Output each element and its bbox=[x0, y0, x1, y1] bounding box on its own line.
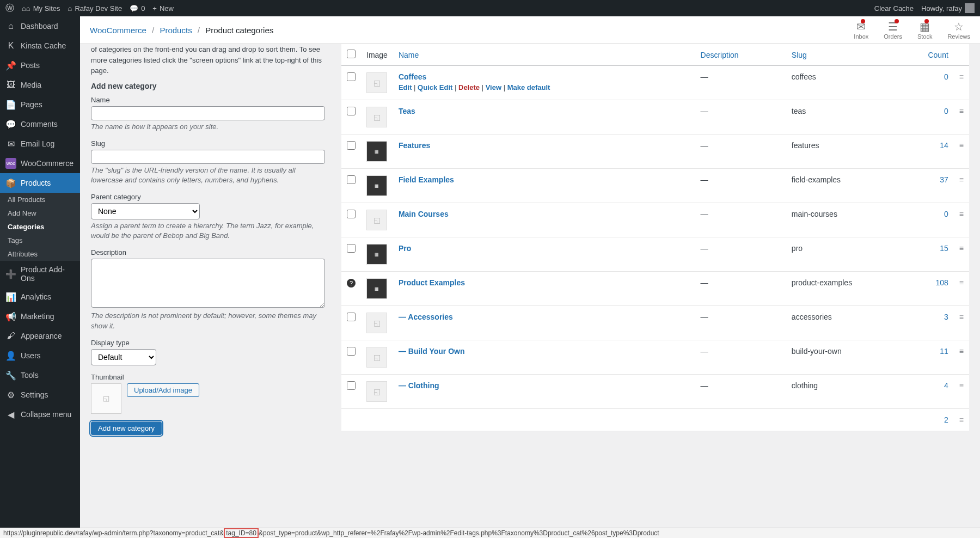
collapse-icon: ◀ bbox=[5, 409, 16, 420]
sidebar-item-tools[interactable]: 🔧Tools bbox=[0, 365, 80, 385]
category-name-link[interactable]: Main Courses bbox=[399, 210, 449, 218]
sidebar-item-pages[interactable]: 📄Pages bbox=[0, 95, 80, 114]
sidebar-item-dashboard[interactable]: ⌂Dashboard bbox=[0, 16, 80, 36]
toggle-row-icon[interactable]: ≡ bbox=[959, 244, 964, 253]
display-select[interactable]: Default bbox=[91, 349, 156, 365]
category-name-link[interactable]: Features bbox=[399, 141, 430, 150]
row-count-link[interactable]: 2 bbox=[944, 415, 948, 424]
submenu-all-products[interactable]: All Products bbox=[0, 193, 80, 206]
row-checkbox[interactable] bbox=[347, 347, 356, 356]
toggle-row-icon[interactable]: ≡ bbox=[959, 175, 964, 184]
row-checkbox[interactable] bbox=[347, 107, 356, 115]
col-count[interactable]: Count bbox=[928, 51, 948, 59]
row-checkbox[interactable] bbox=[347, 175, 356, 184]
toggle-row-icon[interactable]: ≡ bbox=[959, 107, 964, 115]
slug-input[interactable] bbox=[91, 150, 325, 164]
row-count-link[interactable]: 4 bbox=[944, 381, 948, 390]
row-checkbox[interactable] bbox=[347, 381, 356, 390]
howdy-link[interactable]: Howdy, rafay bbox=[921, 3, 975, 13]
site-name-link[interactable]: ⌂Rafay Dev Site bbox=[68, 4, 122, 13]
kinsta-icon: K bbox=[5, 40, 16, 51]
row-action-delete[interactable]: Delete bbox=[458, 83, 480, 91]
sidebar-item-collapse[interactable]: ◀Collapse menu bbox=[0, 405, 80, 424]
new-content-link[interactable]: +New bbox=[152, 4, 174, 13]
submenu-categories[interactable]: Categories bbox=[0, 220, 80, 234]
category-name-link[interactable]: Teas bbox=[399, 107, 415, 115]
toggle-row-icon[interactable]: ≡ bbox=[959, 278, 964, 287]
comments-link[interactable]: 💬0 bbox=[130, 4, 145, 13]
toggle-row-icon[interactable]: ≡ bbox=[959, 381, 964, 390]
category-thumbnail: ▦ bbox=[366, 244, 387, 265]
sidebar-item-woocommerce[interactable]: wooWooCommerce bbox=[0, 154, 80, 173]
description-textarea[interactable] bbox=[91, 259, 325, 308]
toggle-row-icon[interactable]: ≡ bbox=[959, 141, 964, 150]
row-count-link[interactable]: 0 bbox=[944, 72, 948, 81]
row-action-quick-edit[interactable]: Quick Edit bbox=[418, 83, 452, 91]
submenu-add-new[interactable]: Add New bbox=[0, 206, 80, 220]
row-action-make-default[interactable]: Make default bbox=[507, 83, 550, 91]
activity-reviews[interactable]: ☆Reviews bbox=[947, 20, 970, 40]
clear-cache-link[interactable]: Clear Cache bbox=[874, 4, 914, 13]
category-name-link[interactable]: Product Examples bbox=[399, 278, 465, 287]
crumb-products[interactable]: Products bbox=[160, 26, 192, 35]
help-icon[interactable]: ? bbox=[347, 279, 356, 288]
sidebar-item-marketing[interactable]: 📢Marketing bbox=[0, 307, 80, 326]
row-checkbox[interactable] bbox=[347, 313, 356, 321]
row-count-link[interactable]: 11 bbox=[940, 347, 948, 356]
category-name-link[interactable]: Coffees bbox=[399, 72, 426, 81]
row-count-link[interactable]: 15 bbox=[940, 244, 948, 253]
category-name-link[interactable]: — Build Your Own bbox=[399, 347, 465, 356]
name-input[interactable] bbox=[91, 106, 325, 120]
row-count-link[interactable]: 37 bbox=[940, 175, 948, 184]
crumb-woocommerce[interactable]: WooCommerce bbox=[90, 26, 146, 35]
activity-stock[interactable]: ▦Stock bbox=[917, 20, 933, 40]
sidebar-item-users[interactable]: 👤Users bbox=[0, 346, 80, 365]
row-action-view[interactable]: View bbox=[486, 83, 501, 91]
row-action-edit[interactable]: Edit bbox=[399, 83, 412, 91]
sidebar-item-posts[interactable]: 📌Posts bbox=[0, 56, 80, 75]
toggle-row-icon[interactable]: ≡ bbox=[959, 210, 964, 218]
table-row: ◱— Build Your Own—build-your-own11≡ bbox=[341, 340, 969, 375]
sidebar-item-products[interactable]: 📦Products bbox=[0, 173, 80, 193]
toggle-row-icon[interactable]: ≡ bbox=[959, 313, 964, 321]
row-checkbox[interactable] bbox=[347, 244, 356, 253]
row-checkbox[interactable] bbox=[347, 210, 356, 218]
sidebar-item-emaillog[interactable]: ✉Email Log bbox=[0, 134, 80, 154]
category-name-link[interactable]: — Clothing bbox=[399, 381, 439, 390]
col-name[interactable]: Name bbox=[399, 51, 419, 59]
submenu-tags[interactable]: Tags bbox=[0, 234, 80, 247]
col-description[interactable]: Description bbox=[701, 51, 739, 59]
sidebar-item-media[interactable]: 🖼Media bbox=[0, 75, 80, 95]
row-count-link[interactable]: 0 bbox=[944, 107, 948, 115]
category-name-link[interactable]: — Accessories bbox=[399, 313, 453, 321]
my-sites-link[interactable]: ⌂⌂My Sites bbox=[22, 4, 60, 13]
toggle-row-icon[interactable]: ≡ bbox=[959, 72, 964, 81]
activity-orders[interactable]: ☰Orders bbox=[884, 20, 902, 40]
sidebar-item-appearance[interactable]: 🖌Appearance bbox=[0, 326, 80, 346]
upload-image-button[interactable]: Upload/Add image bbox=[127, 383, 199, 397]
select-all-checkbox[interactable] bbox=[347, 50, 356, 58]
sidebar-item-kinsta[interactable]: KKinsta Cache bbox=[0, 36, 80, 56]
row-checkbox[interactable] bbox=[347, 141, 356, 150]
sidebar-item-addons[interactable]: ➕Product Add-Ons bbox=[0, 261, 80, 287]
products-submenu: All Products Add New Categories Tags Att… bbox=[0, 193, 80, 261]
sidebar-item-analytics[interactable]: 📊Analytics bbox=[0, 287, 80, 307]
sidebar-item-comments[interactable]: 💬Comments bbox=[0, 114, 80, 134]
activity-inbox[interactable]: ✉Inbox bbox=[854, 20, 868, 40]
row-checkbox[interactable] bbox=[347, 72, 356, 81]
sidebar-item-settings[interactable]: ⚙Settings bbox=[0, 385, 80, 405]
col-slug[interactable]: Slug bbox=[792, 51, 807, 59]
parent-select[interactable]: None bbox=[91, 203, 200, 219]
toggle-row-icon[interactable]: ≡ bbox=[959, 415, 964, 424]
category-name-link[interactable]: Field Examples bbox=[399, 175, 454, 184]
add-category-submit[interactable]: Add new category bbox=[91, 421, 162, 435]
row-count-link[interactable]: 3 bbox=[944, 313, 948, 321]
toggle-row-icon[interactable]: ≡ bbox=[959, 347, 964, 356]
row-count-link[interactable]: 0 bbox=[944, 210, 948, 218]
row-count-link[interactable]: 108 bbox=[935, 278, 948, 287]
category-name-link[interactable]: Pro bbox=[399, 244, 411, 253]
table-row: ▦Features—features14≡ bbox=[341, 134, 969, 169]
row-count-link[interactable]: 14 bbox=[940, 141, 948, 150]
submenu-attributes[interactable]: Attributes bbox=[0, 247, 80, 261]
wp-logo-link[interactable]: ⓦ bbox=[5, 3, 14, 14]
